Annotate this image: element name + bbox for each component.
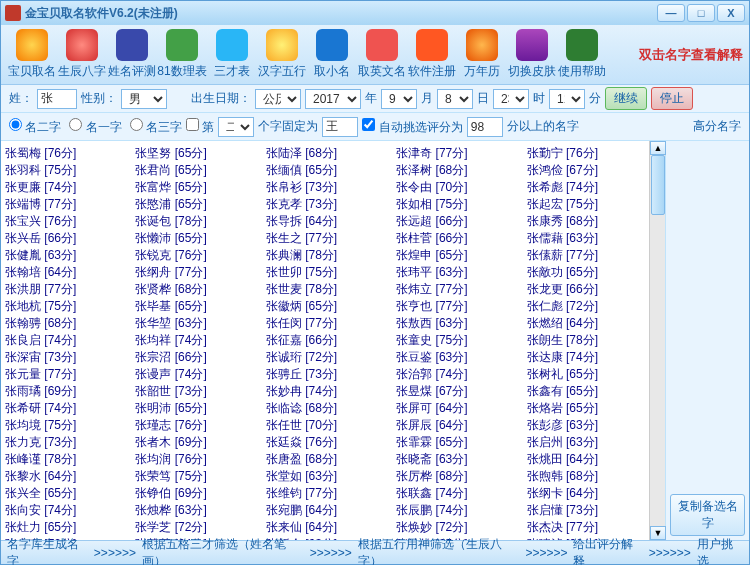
name-item[interactable]: 张深宙 [73分] — [5, 349, 123, 366]
name-item[interactable]: 张韶世 [73分] — [135, 383, 253, 400]
name-item[interactable]: 张炜立 [77分] — [396, 281, 514, 298]
name-item[interactable]: 张妙冉 [74分] — [266, 383, 384, 400]
tool-姓名评测[interactable]: 姓名评测 — [107, 29, 157, 80]
name-item[interactable]: 张廷焱 [76分] — [266, 434, 384, 451]
name-item[interactable]: 张泽树 [68分] — [396, 162, 514, 179]
name-item[interactable]: 张朗生 [78分] — [527, 332, 645, 349]
tool-宝贝取名[interactable]: 宝贝取名 — [7, 29, 57, 80]
name-item[interactable]: 张希彪 [74分] — [527, 179, 645, 196]
name-item[interactable]: 张霏霖 [65分] — [396, 434, 514, 451]
name-item[interactable]: 张柱菅 [66分] — [396, 230, 514, 247]
name-item[interactable]: 张焕妙 [72分] — [396, 519, 514, 536]
name-item[interactable]: 张豆鉴 [63分] — [396, 349, 514, 366]
name-item[interactable]: 张兴全 [65分] — [5, 485, 123, 502]
name-item[interactable]: 张更廉 [74分] — [5, 179, 123, 196]
name-item[interactable]: 张仁彪 [72分] — [527, 298, 645, 315]
scroll-down-button[interactable]: ▼ — [650, 526, 666, 540]
name-item[interactable]: 张任闵 [77分] — [266, 315, 384, 332]
radio-2char[interactable]: 名二字 — [9, 118, 61, 136]
name-item[interactable]: 张远超 [66分] — [396, 213, 514, 230]
name-item[interactable]: 张学芝 [72分] — [135, 519, 253, 536]
name-item[interactable]: 张均境 [75分] — [5, 417, 123, 434]
radio-3char-input[interactable] — [130, 118, 143, 131]
name-item[interactable]: 张来仙 [64分] — [266, 519, 384, 536]
tool-取小名[interactable]: 取小名 — [307, 29, 357, 80]
stop-button[interactable]: 停止 — [651, 87, 693, 110]
name-item[interactable]: 张联鑫 [74分] — [396, 485, 514, 502]
name-item[interactable]: 张羽科 [75分] — [5, 162, 123, 179]
name-item[interactable]: 张启州 [63分] — [527, 434, 645, 451]
tool-81数理表[interactable]: 81数理表 — [157, 29, 207, 80]
radio-1char[interactable]: 名一字 — [69, 118, 121, 136]
name-item[interactable]: 张灶力 [65分] — [5, 519, 123, 536]
pos-select[interactable]: 二 — [218, 117, 254, 137]
name-item[interactable]: 张启懂 [73分] — [527, 502, 645, 519]
tool-汉字五行[interactable]: 汉字五行 — [257, 29, 307, 80]
name-item[interactable]: 张铮伯 [69分] — [135, 485, 253, 502]
radio-3char[interactable]: 名三字 — [130, 118, 182, 136]
name-item[interactable]: 张克孝 [73分] — [266, 196, 384, 213]
name-item[interactable]: 张元量 [77分] — [5, 366, 123, 383]
name-item[interactable]: 张起宏 [75分] — [527, 196, 645, 213]
name-item[interactable]: 张懒沛 [65分] — [135, 230, 253, 247]
name-item[interactable]: 张敵功 [65分] — [527, 264, 645, 281]
name-item[interactable]: 张明沛 [65分] — [135, 400, 253, 417]
name-item[interactable]: 张帛衫 [73分] — [266, 179, 384, 196]
scrollbar[interactable]: ▲ ▼ — [649, 141, 665, 540]
name-item[interactable]: 张燃绍 [64分] — [527, 315, 645, 332]
name-item[interactable]: 张晓斋 [63分] — [396, 451, 514, 468]
name-item[interactable]: 张均祥 [74分] — [135, 332, 253, 349]
name-item[interactable]: 张傃薪 [77分] — [527, 247, 645, 264]
name-item[interactable]: 张龙更 [66分] — [527, 281, 645, 298]
name-item[interactable]: 张徽炳 [65分] — [266, 298, 384, 315]
name-item[interactable]: 张鑫有 [65分] — [527, 383, 645, 400]
name-item[interactable]: 张津奇 [77分] — [396, 145, 514, 162]
year-select[interactable]: 2017 — [305, 89, 361, 109]
check-pos[interactable]: 第 — [186, 118, 214, 136]
check-pos-input[interactable] — [186, 118, 199, 131]
name-item[interactable]: 张陆泽 [68分] — [266, 145, 384, 162]
name-item[interactable]: 张烑田 [64分] — [527, 451, 645, 468]
name-item[interactable]: 张荣笃 [75分] — [135, 468, 253, 485]
name-item[interactable]: 张康秀 [68分] — [527, 213, 645, 230]
name-item[interactable]: 张征嘉 [66分] — [266, 332, 384, 349]
name-item[interactable]: 张诞包 [78分] — [135, 213, 253, 230]
name-item[interactable]: 张杰决 [77分] — [527, 519, 645, 536]
name-item[interactable]: 张辰鹏 [74分] — [396, 502, 514, 519]
name-item[interactable]: 张达康 [74分] — [527, 349, 645, 366]
name-item[interactable]: 张临谂 [68分] — [266, 400, 384, 417]
name-item[interactable]: 张力克 [73分] — [5, 434, 123, 451]
tool-软件注册[interactable]: 软件注册 — [407, 29, 457, 80]
continue-button[interactable]: 继续 — [605, 87, 647, 110]
name-item[interactable]: 张亨也 [77分] — [396, 298, 514, 315]
name-item[interactable]: 张毕基 [65分] — [135, 298, 253, 315]
score-input[interactable] — [467, 117, 503, 137]
check-auto[interactable]: 自动挑选评分为 — [362, 118, 462, 136]
radio-2char-input[interactable] — [9, 118, 22, 131]
name-item[interactable]: 张均润 [76分] — [135, 451, 253, 468]
name-item[interactable]: 张世卯 [75分] — [266, 264, 384, 281]
name-item[interactable]: 张敖西 [63分] — [396, 315, 514, 332]
name-item[interactable]: 张典澜 [78分] — [266, 247, 384, 264]
gender-select[interactable]: 男 — [121, 89, 167, 109]
name-item[interactable]: 张玮平 [63分] — [396, 264, 514, 281]
name-item[interactable]: 张勤宁 [76分] — [527, 145, 645, 162]
tool-万年历[interactable]: 万年历 — [457, 29, 507, 80]
name-item[interactable]: 张纲舟 [77分] — [135, 264, 253, 281]
day-select[interactable]: 8 — [437, 89, 473, 109]
name-item[interactable]: 张端博 [77分] — [5, 196, 123, 213]
name-item[interactable]: 张宗沼 [66分] — [135, 349, 253, 366]
copy-button[interactable]: 复制备选名字 — [670, 494, 745, 536]
name-item[interactable]: 张治郭 [74分] — [396, 366, 514, 383]
name-item[interactable]: 张烛桦 [63分] — [135, 502, 253, 519]
name-item[interactable]: 张煦韩 [68分] — [527, 468, 645, 485]
name-item[interactable]: 张者木 [69分] — [135, 434, 253, 451]
name-item[interactable]: 张君尚 [65分] — [135, 162, 253, 179]
name-item[interactable]: 张坚努 [65分] — [135, 145, 253, 162]
name-item[interactable]: 张诚珩 [72分] — [266, 349, 384, 366]
name-item[interactable]: 张希研 [74分] — [5, 400, 123, 417]
name-item[interactable]: 张谩声 [74分] — [135, 366, 253, 383]
month-select[interactable]: 9 — [381, 89, 417, 109]
radio-1char-input[interactable] — [69, 118, 82, 131]
fixed-char-input[interactable] — [322, 117, 358, 137]
